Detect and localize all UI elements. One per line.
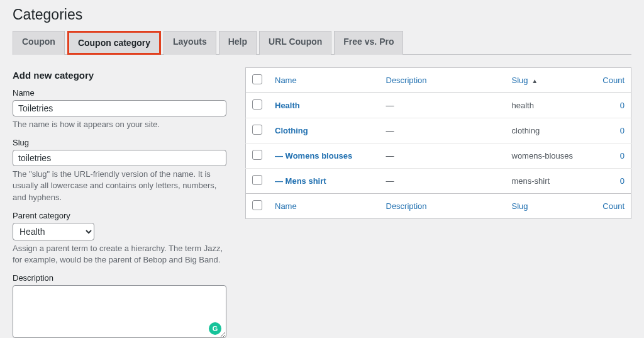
tab-coupon-category[interactable]: Coupon category bbox=[67, 31, 161, 55]
row-slug: health bbox=[506, 93, 594, 118]
row-checkbox[interactable] bbox=[252, 150, 262, 160]
row-slug: womens-blouses bbox=[506, 144, 594, 169]
row-description: — bbox=[380, 93, 506, 118]
description-textarea[interactable] bbox=[13, 285, 226, 338]
slug-label: Slug bbox=[13, 138, 226, 147]
tab-free-vs-pro[interactable]: Free vs. Pro bbox=[334, 31, 403, 55]
table-row: — Mens shirt—mens-shirt0 bbox=[246, 169, 631, 194]
row-checkbox[interactable] bbox=[252, 99, 262, 110]
form-title: Add new category bbox=[13, 70, 226, 81]
col-count-sort-bottom[interactable]: Count bbox=[602, 201, 625, 211]
select-all-checkbox[interactable] bbox=[252, 74, 262, 84]
parent-category-select[interactable]: Health bbox=[13, 223, 94, 240]
row-count-link[interactable]: 0 bbox=[620, 176, 625, 186]
row-name-link[interactable]: Health bbox=[275, 101, 300, 110]
tab-layouts[interactable]: Layouts bbox=[164, 31, 216, 55]
row-name-link[interactable]: — Mens shirt bbox=[275, 176, 326, 186]
row-count-link[interactable]: 0 bbox=[620, 151, 625, 161]
row-count-link[interactable]: 0 bbox=[620, 126, 625, 135]
row-name-link[interactable]: — Womens blouses bbox=[275, 151, 352, 161]
col-slug-sort-bottom[interactable]: Slug bbox=[512, 201, 528, 211]
row-slug: mens-shirt bbox=[506, 169, 594, 194]
col-name-sort-bottom[interactable]: Name bbox=[275, 201, 297, 211]
table-row: Health—health0 bbox=[246, 93, 631, 118]
tab-help[interactable]: Help bbox=[219, 31, 257, 55]
col-description-sort-bottom[interactable]: Description bbox=[386, 201, 427, 211]
slug-hint: The "slug" is the URL-friendly version o… bbox=[13, 169, 226, 203]
name-hint: The name is how it appears on your site. bbox=[13, 119, 226, 130]
table-row: — Womens blouses—womens-blouses0 bbox=[246, 144, 631, 169]
row-slug: clothing bbox=[506, 118, 594, 144]
col-slug-sort[interactable]: Slug ▲ bbox=[512, 76, 538, 85]
col-name-sort[interactable]: Name bbox=[275, 76, 297, 85]
parent-hint: Assign a parent term to create a hierarc… bbox=[13, 243, 226, 266]
row-name-link[interactable]: Clothing bbox=[275, 126, 308, 135]
slug-input[interactable] bbox=[13, 150, 226, 166]
name-input[interactable] bbox=[13, 100, 226, 116]
categories-table: Name Description Slug ▲ Count Health—hea… bbox=[245, 67, 631, 219]
tab-coupon[interactable]: Coupon bbox=[13, 31, 65, 55]
row-description: — bbox=[380, 118, 506, 144]
row-checkbox[interactable] bbox=[252, 175, 262, 185]
name-label: Name bbox=[13, 88, 226, 98]
select-all-checkbox-bottom[interactable] bbox=[252, 200, 262, 210]
row-count-link[interactable]: 0 bbox=[620, 101, 625, 110]
col-count-sort[interactable]: Count bbox=[602, 76, 625, 85]
tab-url-coupon[interactable]: URL Coupon bbox=[259, 31, 331, 55]
table-row: Clothing—clothing0 bbox=[246, 118, 631, 144]
row-description: — bbox=[380, 169, 506, 194]
parent-category-label: Parent category bbox=[13, 211, 226, 220]
description-label: Description bbox=[13, 273, 226, 283]
col-description-sort[interactable]: Description bbox=[386, 76, 427, 85]
nav-tabs: Coupon Coupon category Layouts Help URL … bbox=[13, 31, 631, 55]
row-description: — bbox=[380, 144, 506, 169]
sort-indicator-icon: ▲ bbox=[531, 77, 538, 84]
row-checkbox[interactable] bbox=[252, 125, 262, 135]
page-title: Categories bbox=[13, 6, 631, 23]
